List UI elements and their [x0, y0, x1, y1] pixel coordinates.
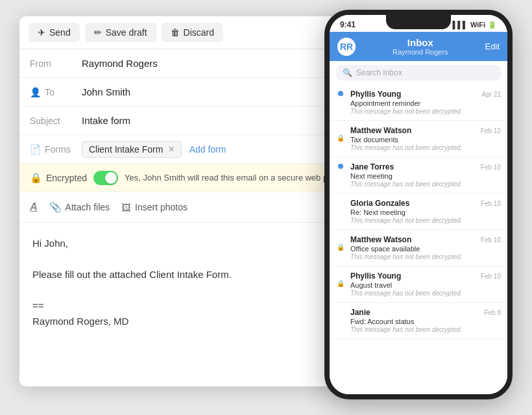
toggle-thumb	[105, 172, 117, 184]
mail-sender: Janie	[350, 308, 370, 317]
read-indicator	[338, 236, 343, 242]
mail-item[interactable]: Jane TorresFeb 10Next meetingThis messag…	[330, 157, 507, 194]
mail-item-indicators	[336, 308, 345, 333]
send-icon: ✈	[38, 27, 45, 38]
to-label: 👤 To	[30, 87, 82, 97]
body-greeting: Hi John,	[32, 236, 357, 251]
discard-label: Discard	[184, 27, 214, 38]
mail-sender: Matthew Watson	[350, 126, 411, 135]
avatar[interactable]: RR	[337, 38, 356, 56]
mail-preview: This message has not been decrypted.	[350, 181, 501, 188]
body-separator: ==	[32, 298, 357, 314]
mail-subject: Tax documents	[350, 136, 501, 144]
mail-preview: This message has not been decrypted.	[350, 253, 501, 260]
mail-date: Feb 10	[481, 127, 501, 134]
status-time: 9:41	[340, 20, 356, 29]
read-indicator	[338, 309, 343, 314]
mail-preview: This message has not been decrypted.	[350, 290, 501, 297]
mail-date: Feb 10	[481, 273, 501, 280]
send-label: Send	[49, 27, 71, 38]
mail-item[interactable]: Gloria GonzalesFeb 10Re: Next meetingThi…	[330, 194, 507, 230]
mail-sender: Gloria Gonzales	[350, 199, 409, 208]
encrypted-toggle[interactable]	[93, 171, 118, 185]
forms-icon: 📄	[30, 144, 41, 155]
mail-sender: Phyllis Young	[350, 90, 401, 99]
attach-files-button[interactable]: 📎 Attach files	[49, 199, 110, 216]
phone-screen: 9:41 ▌▌▌ WiFi 🔋 RR Inbox Raymond Rogers …	[330, 15, 507, 394]
trash-icon: 🗑	[171, 27, 180, 38]
mail-item-content: Matthew WatsonFeb 10Tax documentsThis me…	[350, 126, 501, 151]
wifi-icon: WiFi	[470, 21, 485, 29]
form-tag-close-button[interactable]: ×	[168, 144, 174, 155]
search-placeholder: Search Inbox	[356, 68, 402, 77]
encrypted-row: 🔒 Encrypted Yes, John Smith will read th…	[19, 164, 370, 192]
encrypted-message: Yes, John Smith will read this email on …	[125, 173, 332, 182]
mail-sender: Jane Torres	[350, 162, 394, 171]
lock-icon: 🔒	[337, 134, 345, 142]
subject-value[interactable]: Intake form	[82, 115, 359, 126]
lock-icon: 🔒	[337, 280, 345, 287]
paperclip-icon: 📎	[49, 201, 62, 213]
mail-item-content: Phyllis YoungFeb 10August travelThis mes…	[350, 271, 501, 297]
save-draft-label: Save draft	[106, 27, 147, 38]
from-value: Raymond Rogers	[82, 58, 359, 69]
inbox-label: Inbox	[356, 37, 485, 48]
mail-item-content: Jane TorresFeb 10Next meetingThis messag…	[350, 162, 501, 188]
text-format-icon: A	[30, 201, 38, 212]
mail-date: Apr 21	[482, 91, 501, 98]
mail-item-indicators: 🔒	[336, 271, 345, 297]
phone-frame: 9:41 ▌▌▌ WiFi 🔋 RR Inbox Raymond Rogers …	[324, 10, 513, 399]
to-value[interactable]: John Smith	[82, 86, 359, 97]
save-draft-button[interactable]: ✏ Save draft	[85, 23, 156, 42]
mail-item[interactable]: 🔒Matthew WatsonFeb 10Office space availa…	[330, 230, 507, 266]
add-form-link[interactable]: Add form	[189, 144, 226, 155]
mail-item-indicators	[336, 199, 345, 224]
mail-preview: This message has not been decrypted.	[350, 326, 501, 333]
mail-item[interactable]: 🔒Phyllis YoungFeb 10August travelThis me…	[330, 266, 507, 303]
mail-search[interactable]: 🔍 Search Inbox	[336, 65, 501, 81]
mail-preview: This message has not been decrypted.	[350, 217, 501, 224]
battery-icon: 🔋	[488, 21, 497, 29]
mail-sender: Phyllis Young	[350, 271, 401, 281]
send-button[interactable]: ✈ Send	[29, 23, 80, 42]
mail-item-content: Matthew WatsonFeb 10Office space availab…	[350, 235, 501, 260]
mail-preview: This message has not been decrypted.	[350, 108, 501, 115]
mail-subject: Office space available	[350, 245, 501, 253]
edit-button[interactable]: Edit	[485, 42, 500, 51]
attach-files-label: Attach files	[66, 202, 110, 212]
mail-date: Feb 10	[481, 200, 501, 207]
mail-header-title: Inbox Raymond Rogers	[356, 37, 485, 56]
compose-body[interactable]: Hi John, Please fill out the attached Cl…	[19, 223, 370, 342]
actions-bar: A 📎 Attach files 🖼 Insert photos	[19, 192, 370, 223]
mail-preview: This message has not been decrypted.	[350, 144, 501, 151]
form-tag-name: Client Intake Form	[89, 144, 163, 155]
discard-button[interactable]: 🗑 Discard	[162, 23, 223, 42]
to-row: 👤 To John Smith	[19, 78, 370, 107]
lock-icon: 🔒	[337, 244, 345, 251]
subject-label: Subject	[30, 116, 82, 126]
encrypted-text: Encrypted	[46, 173, 87, 183]
mail-item[interactable]: Phyllis YoungApr 21Appointment reminderT…	[330, 84, 507, 121]
mail-item[interactable]: JanieFeb 8Fwd: Account statusThis messag…	[330, 303, 507, 339]
mail-item[interactable]: 🔒Matthew WatsonFeb 10Tax documentsThis m…	[330, 121, 507, 157]
read-indicator	[338, 200, 343, 205]
body-signature: Raymond Rogers, MD	[32, 314, 357, 329]
forms-label: 📄 Forms	[30, 144, 82, 155]
text-format-button[interactable]: A	[30, 199, 38, 216]
mail-date: Feb 10	[481, 164, 501, 171]
unread-dot	[338, 164, 343, 169]
phone-notch	[386, 15, 451, 29]
mail-subject: Re: Next meeting	[350, 208, 501, 216]
forms-row: 📄 Forms Client Intake Form × Add form	[19, 135, 370, 164]
subject-row: Subject Intake form	[19, 107, 370, 135]
from-row: From Raymond Rogers	[19, 49, 370, 78]
toolbar: ✈ Send ✏ Save draft 🗑 Discard	[19, 16, 370, 49]
mail-item-indicators: 🔒	[336, 126, 345, 151]
mail-date: Feb 10	[481, 236, 501, 244]
lock-icon: 🔒	[30, 172, 42, 184]
from-label: From	[30, 58, 82, 69]
mail-item-content: Phyllis YoungApr 21Appointment reminderT…	[350, 90, 501, 115]
mail-subject: August travel	[350, 281, 501, 289]
insert-photos-button[interactable]: 🖼 Insert photos	[121, 199, 187, 216]
mail-header: RR Inbox Raymond Rogers Edit	[330, 32, 507, 61]
